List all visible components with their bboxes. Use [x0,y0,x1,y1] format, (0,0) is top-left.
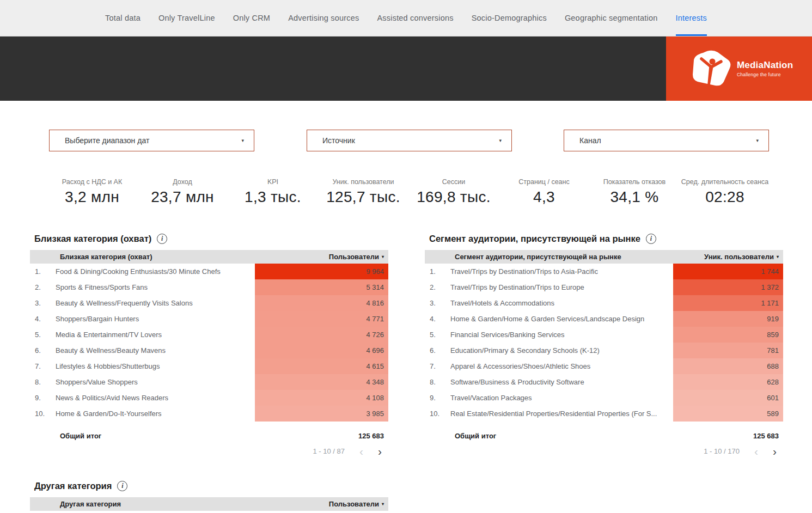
row-category: Sports & Fitness/Sports Fans [56,283,255,291]
kpi-label: Показатель отказов [589,178,680,186]
column-header-metric[interactable]: Пользователи ▾ [329,253,388,261]
row-value-heatcell: 4 348 [255,374,388,390]
date-range-filter-label: Выберите диапазон дат [65,136,149,145]
table-pagination: 1 - 10 / 170 ‹ › [425,445,783,457]
column-header-dimension: Близкая категория (охват) [30,253,329,261]
table-row: 10.Home & Garden/Do-It-Yourselfers3 985 [30,406,388,422]
kpi-avg-session-duration: Сред. длительность сеанса 02:28 [680,178,770,206]
table-row: 4.Home & Garden/Home & Garden Services/L… [425,311,783,327]
row-value-heatcell: 859 [673,327,783,343]
table-row: 9.News & Politics/Avid News Readers4 108 [30,390,388,406]
column-header-metric[interactable]: Уник. пользователи ▾ [704,253,783,261]
table-row: 3.Travel/Hotels & Accommodations1 171 [425,295,783,311]
row-value-heatcell: 4 816 [255,295,388,311]
tab-assisted-conversions[interactable]: Assisted conversions [377,0,453,36]
pagination-range: 1 - 10 / 87 [313,447,345,455]
table-block-in-market-segment: Сегмент аудитории, присутствующей на рын… [425,234,783,457]
row-value-heatcell: 1 372 [673,279,783,295]
row-category: Beauty & Wellness/Beauty Mavens [56,346,255,355]
kpi-label: KPI [228,178,318,186]
info-icon[interactable]: i [646,234,656,244]
total-value: 125 683 [358,432,388,440]
table-row: 6.Beauty & Wellness/Beauty Mavens4 696 [30,343,388,358]
total-label: Общий итог [425,432,496,440]
brand-block: MediaNation Challenge the future [666,36,812,101]
row-index: 8. [30,378,56,386]
kpi-label: Сессии [408,178,499,186]
row-value-heatcell: 589 [673,406,783,422]
row-value-heatcell: 781 [673,343,783,358]
table-row: 1.Travel/Trips by Destination/Trips to A… [425,264,783,279]
row-value-heatcell: 688 [673,358,783,374]
kpi-value: 4,3 [499,188,589,206]
kpi-cost: Расход с НДС и АК 3,2 млн [47,178,137,206]
row-category: Real Estate/Residential Properties/Resid… [450,410,673,418]
row-index: 6. [30,346,56,355]
info-icon[interactable]: i [157,234,167,244]
kpi-row: Расход с НДС и АК 3,2 млн Доход 23,7 млн… [47,178,770,206]
row-value-heatcell: 4 696 [255,343,388,358]
row-index: 2. [30,283,56,291]
brand-tagline: Challenge the future [737,72,793,77]
table-row: 9.Travel/Vacation Packages601 [425,390,783,406]
source-filter[interactable]: Источник ▾ [307,130,512,151]
row-category: Travel/Trips by Destination/Trips to Asi… [450,267,673,276]
tab-only-travelline[interactable]: Only TravelLine [158,0,215,36]
tab-only-crm[interactable]: Only CRM [233,0,270,36]
row-value-heatcell: 601 [673,390,783,406]
tab-socio-demographics[interactable]: Socio-Demographics [472,0,547,36]
kpi-sessions: Сессии 169,8 тыс. [408,178,499,206]
pagination-prev-icon[interactable]: ‹ [754,445,758,457]
row-category: Education/Primary & Secondary Schools (K… [450,346,673,355]
row-category: Travel/Trips by Destination/Trips to Eur… [450,283,673,291]
row-value-heatcell: 4 615 [255,358,388,374]
info-icon[interactable]: i [117,481,127,491]
tab-total-data[interactable]: Total data [105,0,141,36]
kpi-revenue: Доход 23,7 млн [137,178,228,206]
chevron-down-icon: ▾ [499,138,502,143]
column-header-metric-label: Уник. пользователи [704,253,774,261]
brand-name: MediaNation [737,60,793,71]
kpi-label: Уник. пользователи [318,178,408,186]
row-category: Food & Dining/Cooking Enthusiasts/30 Min… [56,267,255,276]
table-title: Другая категория [34,481,112,491]
chevron-down-icon: ▾ [756,138,759,143]
row-category: Software/Business & Productivity Softwar… [450,378,673,386]
row-index: 8. [425,378,450,386]
channel-filter[interactable]: Канал ▾ [564,130,769,151]
row-index: 9. [425,394,450,402]
table-row: 6.Education/Primary & Secondary Schools … [425,343,783,358]
tab-advertising-sources[interactable]: Advertising sources [288,0,359,36]
report-tab-bar: Total data Only TravelLine Only CRM Adve… [0,0,812,36]
row-value-heatcell: 5 314 [255,279,388,295]
row-index: 3. [425,299,450,307]
kpi-value: 125,7 тыс. [318,188,408,206]
pagination-range: 1 - 10 / 170 [704,447,740,455]
kpi-label: Сред. длительность сеанса [680,178,770,186]
table-pagination: 1 - 10 / 87 ‹ › [30,445,388,457]
source-filter-label: Источник [322,136,355,145]
row-index: 1. [425,267,450,276]
row-value-heatcell: 4 726 [255,327,388,343]
column-header-metric[interactable]: Пользователи ▾ [329,500,388,508]
column-header-metric-label: Пользователи [329,500,379,508]
table-header-row: Сегмент аудитории, присутствующей на рын… [425,250,783,264]
tab-interests[interactable]: Interests [676,0,707,36]
row-category: Travel/Hotels & Accommodations [450,299,673,307]
row-index: 5. [425,331,450,339]
table-row: 5.Media & Entertainment/TV Lovers4 726 [30,327,388,343]
pagination-prev-icon[interactable]: ‹ [359,445,363,457]
pagination-next-icon[interactable]: › [773,445,777,457]
row-index: 1. [30,267,56,276]
tab-geographic-segmentation[interactable]: Geographic segmentation [565,0,658,36]
column-header-metric-label: Пользователи [329,253,379,261]
date-range-filter[interactable]: Выберите диапазон дат ▾ [49,130,254,151]
column-header-dimension: Сегмент аудитории, присутствующей на рын… [425,253,704,261]
kpi-value: 169,8 тыс. [408,188,499,206]
row-value-heatcell: 4 108 [255,390,388,406]
row-category: Financial Services/Banking Services [450,331,673,339]
table-block-other-category: Другая категория i Другая категория Поль… [30,481,388,511]
medianation-logo-icon [691,50,731,88]
pagination-next-icon[interactable]: › [378,445,382,457]
row-category: Home & Garden/Do-It-Yourselfers [56,410,255,418]
